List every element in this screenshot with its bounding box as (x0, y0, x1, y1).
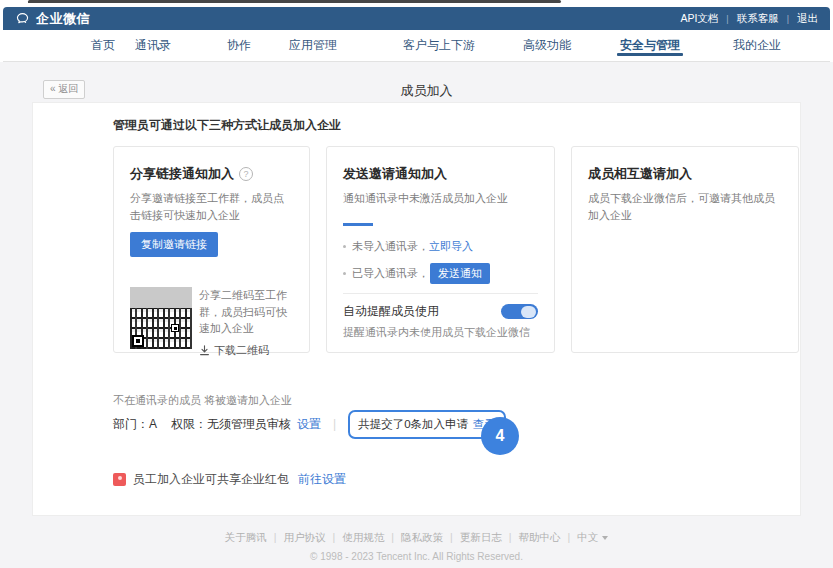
footer-separator: | (509, 531, 512, 543)
header-links: API文档 | 联系客服 | 退出 (680, 12, 818, 26)
tab-app-management[interactable]: 应用管理 (289, 30, 337, 60)
header-separator: | (726, 14, 728, 24)
row-separator: | (333, 417, 336, 431)
join-settings-row: 部门：A 权限：无须管理员审核 设置 | 共提交了0条加入申请 查看 (113, 409, 506, 439)
red-packet-row: 员工加入企业可共享企业红包 前往设置 (113, 471, 346, 488)
toggle-knob (521, 306, 536, 318)
copy-invite-link-button[interactable]: 复制邀请链接 (130, 232, 218, 257)
footer-links: 关于腾讯|用户协议|使用规范|隐私政策|更新日志|帮助中心|中文 (0, 531, 833, 545)
tab-customers-upstream[interactable]: 客户与上下游 (403, 30, 475, 60)
caret-down-icon (602, 536, 608, 540)
card-title-text: 分享链接通知加入 (130, 165, 234, 183)
screen: 企业微信 API文档 | 联系客服 | 退出 首页 通讯录 协作 应用管理 客户… (0, 0, 833, 568)
join-note: 不在通讯录的成员 将被邀请加入企业 (113, 393, 292, 408)
footer-link-privacy-policy[interactable]: 隐私政策 (401, 531, 443, 543)
card-title-text: 发送邀请通知加入 (343, 165, 447, 183)
brand-name: 企业微信 (36, 10, 90, 28)
card-title: 发送邀请通知加入 (343, 165, 538, 183)
bullet-dot-icon (343, 245, 346, 248)
logout-link[interactable]: 退出 (797, 12, 818, 26)
download-icon (199, 345, 210, 356)
footer-link-help-center[interactable]: 帮助中心 (518, 531, 560, 543)
footer-separator: | (567, 531, 570, 543)
footer-separator: | (391, 531, 394, 543)
join-method-card-link: 分享链接通知加入 ? 分享邀请链接至工作群，成员点击链接可快速加入企业 复制邀请… (113, 146, 310, 353)
contact-support-link[interactable]: 联系客服 (737, 12, 779, 26)
import-now-link[interactable]: 立即导入 (429, 239, 473, 254)
blue-dash (343, 223, 373, 226)
qr-info: 分享二维码至工作群，成员扫码可快速加入企业 下载二维码 (199, 287, 293, 358)
footer-separator: | (274, 531, 277, 543)
red-packet-text: 员工加入企业可共享企业红包 (133, 471, 289, 488)
footer-link-user-agreement[interactable]: 用户协议 (284, 531, 326, 543)
permission-label: 权限： (171, 417, 207, 431)
card-title: 分享链接通知加入 ? (130, 165, 293, 183)
goto-settings-link[interactable]: 前往设置 (298, 471, 346, 488)
annotation-badge-4: 4 (481, 417, 519, 455)
download-qr-label: 下载二维码 (214, 343, 269, 358)
department-label: 部门： (113, 417, 149, 431)
department-value: A (149, 417, 157, 431)
footer-separator: | (333, 531, 336, 543)
tab-home[interactable]: 首页 (91, 30, 115, 60)
download-qr-link[interactable]: 下载二维码 (199, 343, 293, 358)
qr-code-image (130, 287, 192, 349)
department-field: 部门：A (113, 416, 157, 433)
footer-link-changelog[interactable]: 更新日志 (460, 531, 502, 543)
join-method-card-invite: 发送邀请通知加入 通知通讯录中未激活成员加入企业 未导入通讯录， 立即导入 已导… (326, 146, 555, 353)
card-description: 成员下载企业微信后，可邀请其他成员加入企业 (588, 190, 782, 223)
card-description: 通知通讯录中未激活成员加入企业 (343, 190, 538, 207)
bullet-dot-icon (343, 272, 346, 275)
qr-finder-icon (171, 324, 179, 332)
wechat-work-logo-icon (15, 11, 30, 26)
language-selector[interactable]: 中文 (577, 531, 598, 543)
permission-value: 无须管理员审核 (207, 417, 291, 431)
bullet-not-imported: 未导入通讯录， 立即导入 (343, 239, 538, 254)
card-title: 成员相互邀请加入 (588, 165, 782, 183)
tab-contacts[interactable]: 通讯录 (135, 30, 171, 60)
qr-section: 分享二维码至工作群，成员扫码可快速加入企业 下载二维码 (130, 287, 293, 358)
auto-remind-label: 自动提醒成员使用 (343, 303, 439, 320)
bullet-text: 已导入通讯录， (352, 266, 429, 281)
page-title: 成员加入 (20, 82, 833, 100)
auto-remind-section: 自动提醒成员使用 提醒通讯录内未使用成员下载企业微信 (343, 293, 538, 344)
toggle-row: 自动提醒成员使用 (343, 303, 538, 320)
bullet-text: 未导入通讯录， (352, 239, 429, 254)
api-docs-link[interactable]: API文档 (680, 12, 718, 26)
tab-collaboration[interactable]: 协作 (227, 30, 251, 60)
qr-blur-block (130, 287, 192, 308)
qr-caption: 分享二维码至工作群，成员扫码可快速加入企业 (199, 287, 293, 337)
permission-field: 权限：无须管理员审核 (171, 416, 291, 433)
tab-my-company[interactable]: 我的企业 (733, 30, 781, 60)
app-header: 企业微信 API文档 | 联系客服 | 退出 (3, 7, 830, 30)
send-notification-button[interactable]: 发送通知 (430, 263, 490, 284)
footer-separator: | (450, 531, 453, 543)
footer-link-about-tencent[interactable]: 关于腾讯 (225, 531, 267, 543)
bullet-imported: 已导入通讯录， 发送通知 (343, 263, 538, 284)
auto-remind-description: 提醒通讯录内未使用成员下载企业微信 (343, 325, 538, 340)
copyright-text: © 1998 - 2023 Tencent Inc. All Rights Re… (0, 551, 833, 562)
footer-link-usage-rules[interactable]: 使用规范 (342, 531, 384, 543)
settings-link[interactable]: 设置 (297, 416, 321, 433)
join-method-cards: 分享链接通知加入 ? 分享邀请链接至工作群，成员点击链接可快速加入企业 复制邀请… (113, 146, 799, 353)
brand: 企业微信 (15, 10, 90, 28)
tab-advanced-features[interactable]: 高级功能 (523, 30, 571, 60)
intro-text: 管理员可通过以下三种方式让成员加入企业 (113, 117, 341, 134)
help-icon[interactable]: ? (239, 167, 253, 181)
red-packet-icon (113, 473, 126, 486)
join-method-card-mutual: 成员相互邀请加入 成员下载企业微信后，可邀请其他成员加入企业 (571, 146, 799, 353)
qr-finder-icon (132, 335, 144, 347)
join-request-count-text: 共提交了0条加入申请 (358, 417, 468, 432)
primary-nav: 首页 通讯录 协作 应用管理 客户与上下游 高级功能 安全与管理 我的企业 (3, 30, 830, 62)
card-title-text: 成员相互邀请加入 (588, 165, 692, 183)
tab-security-management[interactable]: 安全与管理 (620, 30, 680, 60)
card-description: 分享邀请链接至工作群，成员点击链接可快速加入企业 (130, 190, 293, 223)
window-top-edge (28, 0, 561, 3)
header-separator: | (787, 14, 789, 24)
auto-remind-toggle[interactable] (501, 304, 538, 319)
